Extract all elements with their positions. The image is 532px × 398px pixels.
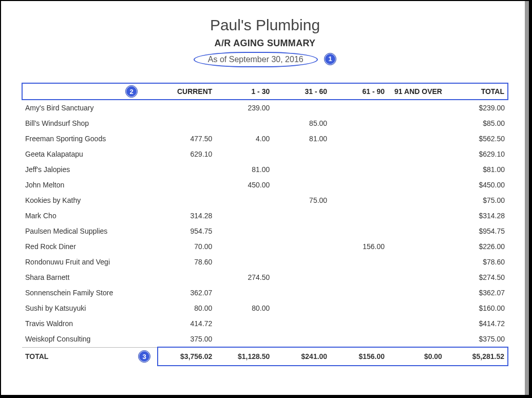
cell-91-over — [388, 254, 445, 270]
cell-current: 362.07 — [158, 285, 215, 300]
cell-1-30: 4.00 — [215, 131, 273, 146]
cell-31-60 — [273, 100, 330, 116]
table-row: John Melton450.00$450.00 — [22, 177, 508, 193]
cell-1-30: 274.50 — [215, 270, 273, 285]
cell-1-30 — [215, 146, 273, 162]
cell-customer: Mark Cho — [22, 208, 158, 223]
cell-1-30: 80.00 — [215, 300, 273, 316]
cell-total: $375.00 — [445, 331, 508, 347]
cell-total: $78.60 — [445, 254, 508, 270]
cell-1-30 — [215, 208, 273, 223]
cell-1-30: 81.00 — [215, 162, 273, 177]
totals-1-30: $1,128.50 — [215, 347, 273, 366]
cell-91-over — [388, 193, 445, 208]
cell-current: 80.00 — [158, 300, 215, 316]
table-row: Bill's Windsurf Shop85.00$85.00 — [22, 116, 508, 131]
cell-31-60 — [273, 285, 330, 300]
totals-31-60: $241.00 — [273, 347, 330, 366]
cell-current: 314.28 — [158, 208, 215, 223]
cell-current — [158, 162, 215, 177]
cell-total: $81.00 — [445, 162, 508, 177]
cell-total: $274.50 — [445, 270, 508, 285]
cell-current — [158, 100, 215, 116]
col-header-name: 2 — [22, 83, 158, 100]
cell-31-60 — [273, 146, 330, 162]
cell-61-90 — [330, 285, 388, 300]
cell-61-90 — [330, 331, 388, 347]
table-row: Rondonuwu Fruit and Vegi78.60$78.60 — [22, 254, 508, 270]
cell-current: 629.10 — [158, 146, 215, 162]
cell-91-over — [388, 270, 445, 285]
cell-31-60 — [273, 239, 330, 254]
cell-total: $314.28 — [445, 208, 508, 223]
col-header-91-over: 91 AND OVER — [388, 83, 445, 100]
cell-31-60 — [273, 162, 330, 177]
cell-61-90 — [330, 177, 388, 193]
cell-91-over — [388, 239, 445, 254]
cell-customer: Jeff's Jalopies — [22, 162, 158, 177]
cell-61-90 — [330, 116, 388, 131]
cell-customer: Sushi by Katsuyuki — [22, 300, 158, 316]
cell-91-over — [388, 162, 445, 177]
cell-customer: Travis Waldron — [22, 316, 158, 331]
cell-31-60 — [273, 270, 330, 285]
cell-61-90 — [330, 100, 388, 116]
cell-91-over — [388, 300, 445, 316]
cell-current — [158, 193, 215, 208]
table-row: Sonnenschein Family Store362.07$362.07 — [22, 285, 508, 300]
cell-91-over — [388, 100, 445, 116]
cell-1-30 — [215, 116, 273, 131]
cell-current: 70.00 — [158, 239, 215, 254]
cell-91-over — [388, 177, 445, 193]
cell-91-over — [388, 146, 445, 162]
cell-31-60 — [273, 208, 330, 223]
col-header-61-90: 61 - 90 — [330, 83, 388, 100]
totals-current: $3,756.02 — [158, 347, 215, 366]
table-row: Sushi by Katsuyuki80.0080.00$160.00 — [22, 300, 508, 316]
cell-total: $239.00 — [445, 100, 508, 116]
cell-91-over — [388, 208, 445, 223]
cell-1-30: 239.00 — [215, 100, 273, 116]
table-row: Weiskopf Consulting375.00$375.00 — [22, 331, 508, 347]
cell-customer: Weiskopf Consulting — [22, 331, 158, 347]
cell-total: $954.75 — [445, 223, 508, 239]
cell-total: $226.00 — [445, 239, 508, 254]
cell-31-60 — [273, 300, 330, 316]
table-row: Geeta Kalapatapu629.10$629.10 — [22, 146, 508, 162]
table-row: Jeff's Jalopies81.00$81.00 — [22, 162, 508, 177]
cell-31-60: 81.00 — [273, 131, 330, 146]
col-header-current: CURRENT — [158, 83, 215, 100]
table-row: Travis Waldron414.72$414.72 — [22, 316, 508, 331]
table-row: Red Rock Diner70.00156.00$226.00 — [22, 239, 508, 254]
table-row: Freeman Sporting Goods477.504.0081.00$56… — [22, 131, 508, 146]
cell-current — [158, 177, 215, 193]
cell-total: $362.07 — [445, 285, 508, 300]
cell-31-60 — [273, 254, 330, 270]
cell-1-30 — [215, 223, 273, 239]
col-header-31-60: 31 - 60 — [273, 83, 330, 100]
cell-customer: Red Rock Diner — [22, 239, 158, 254]
cell-customer: John Melton — [22, 177, 158, 193]
as-of-wrap: As of September 30, 2016 1 — [22, 52, 508, 72]
cell-1-30 — [215, 193, 273, 208]
callout-1-icon: 1 — [324, 53, 336, 65]
totals-total: $5,281.52 — [445, 347, 508, 366]
cell-61-90 — [330, 300, 388, 316]
cell-current — [158, 270, 215, 285]
totals-91-over: $0.00 — [388, 347, 445, 366]
cell-61-90 — [330, 193, 388, 208]
table-header-row: 2 CURRENT 1 - 30 31 - 60 61 - 90 91 AND … — [22, 83, 508, 100]
cell-total: $562.50 — [445, 131, 508, 146]
cell-61-90 — [330, 131, 388, 146]
totals-61-90: $156.00 — [330, 347, 388, 366]
cell-61-90 — [330, 254, 388, 270]
cell-91-over — [388, 223, 445, 239]
cell-61-90 — [330, 162, 388, 177]
cell-31-60 — [273, 331, 330, 347]
cell-1-30 — [215, 331, 273, 347]
cell-31-60: 85.00 — [273, 116, 330, 131]
col-header-1-30: 1 - 30 — [215, 83, 273, 100]
cell-1-30: 450.00 — [215, 177, 273, 193]
cell-current: 375.00 — [158, 331, 215, 347]
cell-61-90: 156.00 — [330, 239, 388, 254]
